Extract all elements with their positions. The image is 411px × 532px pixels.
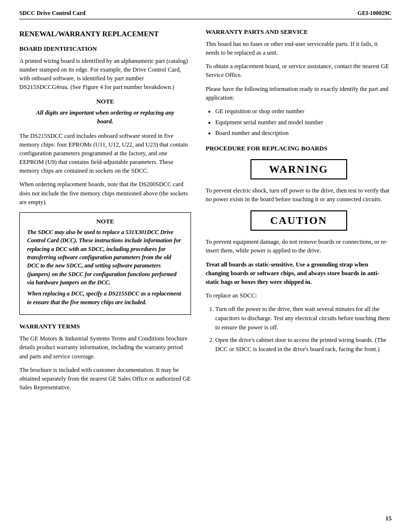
procedure-intro: To replace an SDCC:	[206, 291, 392, 300]
bullet-item-3: Board number and description	[215, 129, 392, 138]
warranty-service-heading: WARRANTY PARTS AND SERVICE	[206, 28, 392, 36]
main-section-title: RENEWAL/WARRANTY REPLACEMENT	[19, 30, 191, 38]
note-box-1: NOTE All digits are important when order…	[24, 98, 186, 126]
warranty-service-para1: This board has no fuses or other end-use…	[206, 40, 392, 57]
warning-box: WARNING	[250, 159, 347, 179]
board-id-para2: The DS215SDCC card includes onboard soft…	[19, 132, 191, 176]
note2-title: NOTE	[27, 218, 183, 225]
bullet-item-1: GE requisition or shop order number	[215, 107, 392, 116]
two-column-layout: RENEWAL/WARRANTY REPLACEMENT BOARD IDENT…	[19, 28, 392, 397]
step-2: Open the drive's cabinet door to access …	[215, 336, 392, 354]
caution-label: CAUTION	[270, 214, 327, 226]
note-box-2: NOTE The SDCC may also be used to replac…	[19, 212, 191, 315]
warranty-terms-para1: The GE Motors & Industrial Systems Terms…	[19, 334, 191, 360]
warranty-service-para2: To obtain a replacement board, or servic…	[206, 62, 392, 79]
warranty-terms-heading: WARRANTY TERMS	[19, 323, 191, 330]
note1-content: All digits are important when ordering o…	[24, 108, 186, 126]
caution-para1: To prevent equipment damage, do not remo…	[206, 237, 392, 255]
header-title-right: GEI-100029C	[357, 10, 392, 17]
caution-box: CAUTION	[250, 210, 347, 231]
warning-label: WARNING	[269, 163, 328, 175]
procedure-heading: PROCEDURE FOR REPLACING BOARDS	[206, 145, 392, 152]
page-header: SDCC Drive Control Card GEI-100029C	[19, 10, 392, 19]
warning-text: To prevent electric shock, turn off powe…	[206, 186, 392, 204]
warranty-service-bullets: GE requisition or shop order number Equi…	[215, 107, 392, 138]
caution-para2: Treat all boards as static-sensitive. Us…	[206, 260, 392, 286]
procedure-steps: Turn off the power to the drive, then wa…	[215, 305, 392, 354]
note2-para2: When replacing a DCC, specify a DS215SDC…	[27, 290, 183, 307]
page-number: 15	[385, 515, 392, 522]
right-column: WARRANTY PARTS AND SERVICE This board ha…	[206, 28, 392, 397]
header-title-left: SDCC Drive Control Card	[19, 10, 86, 17]
note1-title: NOTE	[24, 98, 186, 105]
board-id-para3: When ordering replacement boards, note t…	[19, 180, 191, 206]
note2-para1: The SDCC may also be used to replace a 5…	[27, 228, 183, 287]
board-id-heading: BOARD IDENTIFICATION	[19, 45, 191, 53]
left-column: RENEWAL/WARRANTY REPLACEMENT BOARD IDENT…	[19, 28, 191, 397]
step-1: Turn off the power to the drive, then wa…	[215, 305, 392, 332]
board-id-para1: A printed wiring board is identified by …	[19, 57, 191, 92]
bullet-item-2: Equipment serial number and model number	[215, 118, 392, 127]
warranty-terms-para2: The brochure is included with customer d…	[19, 366, 191, 392]
page: SDCC Drive Control Card GEI-100029C RENE…	[0, 0, 411, 532]
warranty-service-para3: Please have the following information re…	[206, 85, 392, 102]
